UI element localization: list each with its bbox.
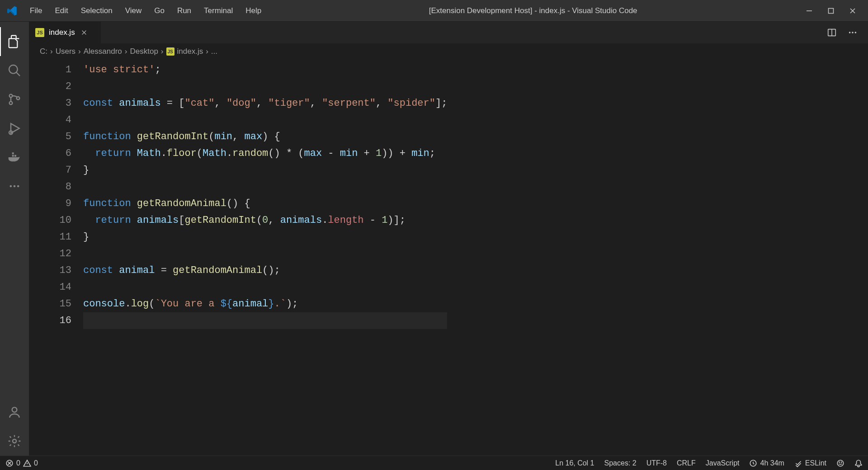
menu-edit[interactable]: Edit: [48, 4, 74, 18]
svg-point-6: [10, 185, 12, 188]
activity-more[interactable]: [0, 172, 29, 201]
menu-file[interactable]: File: [24, 4, 48, 18]
close-button[interactable]: [842, 0, 863, 22]
menu-selection[interactable]: Selection: [75, 4, 119, 18]
svg-point-17: [837, 460, 844, 466]
split-editor-button[interactable]: [825, 25, 839, 40]
svg-point-7: [14, 185, 16, 188]
svg-point-13: [852, 32, 854, 33]
svg-point-3: [9, 102, 13, 105]
status-indentation[interactable]: Spaces: 2: [604, 459, 637, 467]
svg-point-19: [841, 462, 842, 462]
tab-close-button[interactable]: [80, 28, 89, 37]
svg-point-12: [849, 32, 851, 33]
menu-go[interactable]: Go: [148, 4, 171, 18]
svg-point-2: [9, 94, 13, 98]
svg-point-1: [9, 65, 18, 74]
chevron-right-icon: ›: [78, 47, 81, 56]
code-editor[interactable]: 12345678910111213141516 'use strict'; co…: [29, 60, 868, 456]
svg-rect-0: [829, 8, 834, 13]
menu-help[interactable]: Help: [239, 4, 268, 18]
tab-indexjs[interactable]: JS index.js: [29, 22, 101, 43]
activity-settings[interactable]: [0, 427, 29, 456]
chevron-right-icon: ›: [125, 47, 127, 56]
status-warnings[interactable]: 0: [23, 459, 38, 467]
main-menu: File Edit Selection View Go Run Terminal…: [24, 4, 268, 18]
breadcrumb-seg[interactable]: C:: [40, 47, 47, 56]
status-wakatime[interactable]: 4h 34m: [749, 459, 784, 467]
code-content[interactable]: 'use strict'; const animals = ["cat", "d…: [83, 60, 447, 456]
breadcrumb-file[interactable]: index.js: [177, 47, 203, 56]
minimize-button[interactable]: [798, 0, 820, 22]
window-controls: [798, 0, 863, 22]
activity-source-control[interactable]: [0, 85, 29, 114]
svg-point-8: [17, 185, 19, 188]
status-notifications[interactable]: [854, 459, 863, 467]
breadcrumb-bar[interactable]: C: › Users › Alessandro › Desktop › JS i…: [29, 43, 868, 60]
breadcrumb-seg[interactable]: Users: [56, 47, 75, 56]
status-language[interactable]: JavaScript: [706, 459, 740, 467]
activity-run-debug[interactable]: [0, 114, 29, 143]
breadcrumb-seg[interactable]: Alessandro: [84, 47, 122, 56]
vscode-logo-icon: [7, 6, 17, 16]
svg-point-10: [13, 439, 16, 443]
chevron-right-icon: ›: [206, 47, 208, 56]
svg-point-18: [839, 462, 840, 462]
activity-accounts[interactable]: [0, 398, 29, 427]
activity-bar: [0, 22, 29, 456]
menu-terminal[interactable]: Terminal: [198, 4, 239, 18]
svg-point-4: [17, 97, 20, 100]
menu-view[interactable]: View: [119, 4, 148, 18]
status-feedback[interactable]: [836, 459, 844, 467]
status-errors[interactable]: 0: [5, 459, 20, 467]
editor-area: JS index.js C: › Users › Alessandro: [29, 22, 868, 456]
menu-run[interactable]: Run: [171, 4, 198, 18]
status-cursor-position[interactable]: Ln 16, Col 1: [555, 459, 594, 467]
title-bar: File Edit Selection View Go Run Terminal…: [0, 0, 868, 22]
tab-bar: JS index.js: [29, 22, 868, 43]
breadcrumb-tail[interactable]: ...: [211, 47, 217, 56]
maximize-button[interactable]: [820, 0, 842, 22]
chevron-right-icon: ›: [161, 47, 164, 56]
status-eslint[interactable]: ESLint: [794, 459, 826, 467]
window-title: [Extension Development Host] - index.js …: [268, 6, 798, 15]
chevron-right-icon: ›: [50, 47, 53, 56]
editor-more-button[interactable]: [845, 25, 860, 40]
status-eol[interactable]: CRLF: [677, 459, 696, 467]
status-encoding[interactable]: UTF-8: [646, 459, 667, 467]
svg-point-9: [12, 407, 17, 412]
status-bar: 0 0 Ln 16, Col 1 Spaces: 2 UTF-8 CRLF Ja…: [0, 456, 868, 470]
tab-label: index.js: [49, 28, 75, 37]
svg-point-14: [855, 32, 857, 33]
activity-search[interactable]: [0, 56, 29, 85]
line-number-gutter[interactable]: 12345678910111213141516: [29, 60, 83, 456]
activity-docker[interactable]: [0, 143, 29, 172]
activity-explorer[interactable]: [0, 27, 29, 56]
js-file-icon: JS: [166, 47, 175, 56]
breadcrumb-seg[interactable]: Desktop: [130, 47, 158, 56]
js-file-icon: JS: [35, 28, 44, 37]
